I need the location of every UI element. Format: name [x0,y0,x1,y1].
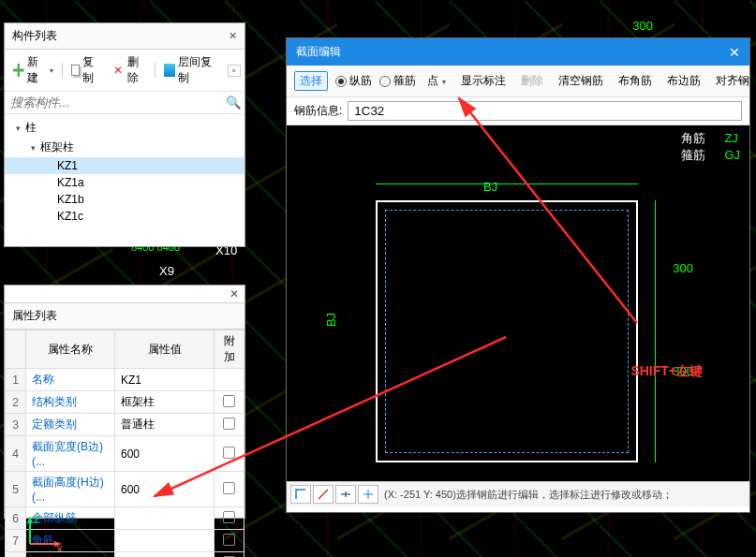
tree-node-column[interactable]: ▾柱 [5,118,245,138]
table-row[interactable]: 5截面高度(H边)(...600 [6,472,245,507]
components-panel-title: 构件列表 [12,28,57,44]
prop-name: 截面宽度(B边)(... [26,436,115,472]
table-row[interactable]: 3定额类别普通柱 [6,414,245,436]
rebar-info-label: 钢筋信息: [294,103,342,119]
svg-text:Z: Z [34,514,40,525]
delete-button[interactable]: 删除 [517,71,547,91]
snap-icon-3[interactable] [335,485,356,504]
dim-line-v [655,200,656,462]
component-tree: ▾柱 ▾框架柱 KZ1 KZ1a KZ1b KZ1c [5,114,245,264]
prop-value[interactable]: 600 [115,472,215,507]
show-label-button[interactable]: 显示标注 [457,71,510,91]
prop-name: B边一侧中部筋 [26,552,115,558]
prop-extra[interactable] [215,414,245,436]
prop-value[interactable]: 普通柱 [115,414,215,436]
prop-name: 定额类别 [26,414,115,436]
new-button[interactable]: 新建▾ [8,52,58,88]
tree-node-frame-column[interactable]: ▾框架柱 [5,138,245,157]
floor-copy-button[interactable]: 层间复制 [159,52,222,88]
stirrup-radio[interactable]: 箍筋 [379,73,416,89]
select-button[interactable]: 选择 [294,71,328,91]
prop-name: 截面高度(H边)(... [26,472,115,507]
prop-value[interactable] [115,552,215,558]
table-row[interactable]: 1名称KZ1 [6,369,245,391]
row-num: 8 [6,552,26,558]
row-num: 4 [6,436,26,472]
tree-item-kz1b[interactable]: KZ1b [5,191,245,208]
prop-extra[interactable] [215,472,245,507]
copy-button[interactable]: 复制 [67,52,106,88]
col-extra: 附加 [215,330,245,369]
row-num: 2 [6,391,26,414]
components-panel: 构件列表 ✕ 新建▾ 复制 ✕删除 层间复制 » 🔍 ▾柱 ▾框架柱 KZ1 K… [4,22,245,247]
svg-text:X: X [56,544,64,551]
bj-left-label: BJ [324,313,338,327]
table-row[interactable]: 4截面宽度(B边)(...600 [6,436,245,472]
snap-icon-2[interactable] [313,485,334,504]
col-name: 属性名称 [26,330,115,369]
editor-toolbar: 选择 纵筋 箍筋 点 ▾ 显示标注 删除 清空钢筋 布角筋 布边筋 对齐钢筋 [287,66,749,97]
prop-value[interactable]: 框架柱 [115,391,215,414]
svg-marker-8 [27,516,33,523]
prop-extra[interactable] [215,436,245,472]
legend: 角筋ZJ 箍筋GJ [681,130,740,164]
col-value: 属性值 [115,330,215,369]
prop-extra[interactable] [215,369,245,391]
properties-panel: ✕ 属性列表 属性名称 属性值 附加 1名称KZ12结构类别框架柱3定额类别普通… [4,285,245,519]
prop-value[interactable]: KZ1 [115,369,215,391]
align-button[interactable]: 对齐钢筋 [712,71,756,91]
dim-300-top: 300 [673,261,693,275]
row-num: 3 [6,414,26,436]
snap-icon-4[interactable] [358,485,378,504]
status-bar: (X: -251 Y: 450)选择钢筋进行编辑，选择标注进行修改或移动； [287,481,749,506]
search-icon[interactable]: 🔍 [222,92,245,113]
table-row[interactable]: 2结构类别框架柱 [6,391,245,414]
rebar-info-input[interactable] [348,101,742,121]
tree-item-kz1c[interactable]: KZ1c [5,208,245,225]
point-button[interactable]: 点 ▾ [423,71,450,91]
search-input[interactable] [5,92,222,113]
tree-item-kz1[interactable]: KZ1 [5,157,245,174]
table-row[interactable]: 8B边一侧中部筋 [6,552,245,558]
prop-name: 名称 [26,369,115,391]
prop-extra[interactable] [215,552,245,558]
axis-indicator: Z X [22,514,67,551]
prop-extra[interactable] [215,507,245,530]
row-num: 1 [6,369,26,391]
close-icon[interactable]: ✕ [229,30,237,42]
cad-x9: X9 [159,264,174,278]
toolbar-more-icon[interactable]: » [228,65,241,77]
properties-panel-title: 属性列表 [12,308,57,324]
row-num: 5 [6,472,26,507]
clear-button[interactable]: 清空钢筋 [555,71,607,91]
close-icon[interactable]: ✕ [729,45,740,60]
snap-icon-1[interactable] [290,485,311,504]
prop-value[interactable] [115,530,215,552]
prop-extra[interactable] [215,391,245,414]
shift-hint: SHIFT+左键 [630,363,703,380]
prop-value[interactable] [115,507,215,530]
close-icon[interactable]: ✕ [5,286,245,303]
dim-line-h [376,183,638,184]
prop-extra[interactable] [215,530,245,552]
prop-value[interactable]: 600 [115,436,215,472]
bj-top-label: BJ [483,180,497,194]
editor-title: 截面编辑 [296,44,341,60]
svg-line-0 [319,490,328,499]
inner-rect [385,210,629,453]
section-editor: 截面编辑 ✕ 选择 纵筋 箍筋 点 ▾ 显示标注 删除 清空钢筋 布角筋 布边筋… [286,37,750,513]
section-canvas[interactable]: 角筋ZJ 箍筋GJ BJ BJ 300 300 SHIFT+左键 [287,125,749,481]
components-toolbar: 新建▾ 复制 ✕删除 层间复制 » [5,50,245,92]
cad-dim: 300 [632,19,653,33]
prop-name: 结构类别 [26,391,115,414]
edge-button[interactable]: 布边筋 [663,71,704,91]
longitudinal-radio[interactable]: 纵筋 [335,73,372,89]
corner-button[interactable]: 布角筋 [615,71,656,91]
tree-item-kz1a[interactable]: KZ1a [5,174,245,191]
delete-button[interactable]: ✕删除 [109,52,152,88]
status-text: (X: -251 Y: 450)选择钢筋进行编辑，选择标注进行修改或移动； [380,488,746,502]
